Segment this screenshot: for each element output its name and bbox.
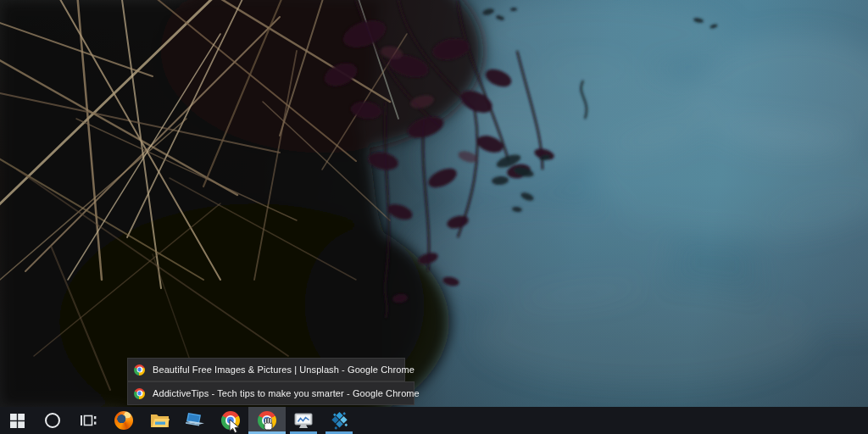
task-view-button[interactable]: [71, 407, 105, 434]
windows-desktop-screen: { "wallpaper": { "description": "dark po…: [0, 0, 868, 434]
monitor-chart-icon: [293, 412, 314, 430]
cube-app-button[interactable]: [322, 407, 356, 434]
laptop-app-button[interactable]: [178, 407, 212, 434]
flyout-window-title: Beautiful Free Images & Pictures | Unspl…: [153, 364, 415, 375]
taskbar: [0, 407, 868, 434]
flyout-window-item-unsplash[interactable]: Beautiful Free Images & Pictures | Unspl…: [127, 358, 405, 381]
cortana-circle-icon: [44, 412, 61, 429]
desktop-wallpaper[interactable]: [0, 0, 868, 407]
laptop-icon: [184, 412, 206, 430]
windows-start-icon: [10, 414, 25, 428]
chrome-icon: [134, 364, 145, 376]
chrome-icon: [134, 388, 145, 399]
file-explorer-button[interactable]: [142, 407, 176, 434]
cortana-search-button[interactable]: [36, 407, 70, 434]
firefox-icon: [114, 411, 133, 430]
start-button[interactable]: [0, 407, 34, 434]
flyout-window-title: AddictiveTips - Tech tips to make you sm…: [153, 388, 420, 398]
file-explorer-icon: [150, 412, 170, 429]
blue-cube-icon: [330, 411, 349, 430]
flyout-window-item-addictivetips[interactable]: AddictiveTips - Tech tips to make you sm…: [127, 381, 415, 405]
mouse-hand-cursor-icon: [262, 417, 275, 431]
mouse-arrow-cursor-icon: [229, 419, 240, 434]
wallpaper-art: [0, 0, 868, 407]
task-view-icon: [80, 413, 97, 428]
firefox-button[interactable]: [107, 407, 141, 434]
performance-monitor-button[interactable]: [287, 407, 320, 434]
